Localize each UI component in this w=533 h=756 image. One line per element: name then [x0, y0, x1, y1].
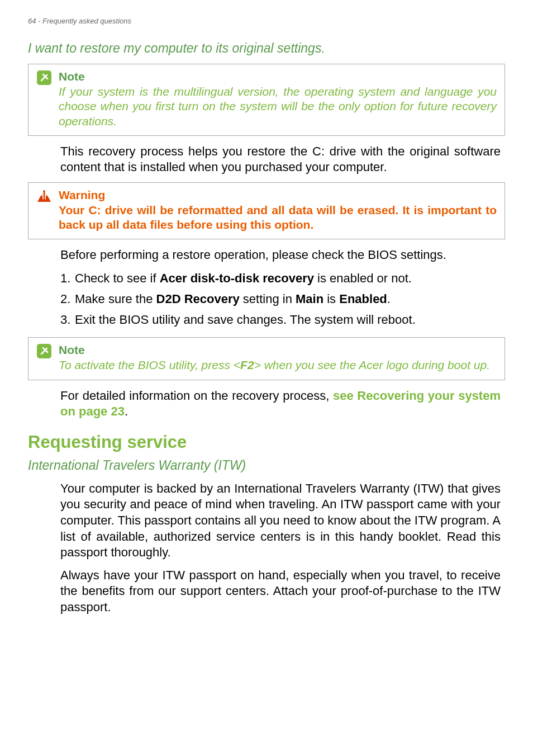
paragraph-itw-2: Always have your ITW passport on hand, e… — [28, 568, 505, 616]
note-title: Note — [59, 343, 497, 357]
note-callout-1: Note If your system is the multilingual … — [28, 64, 505, 136]
note-icon — [36, 70, 52, 86]
faq-question-restore: I want to restore my computer to its ori… — [28, 41, 505, 56]
subheading-itw: International Travelers Warranty (ITW) — [28, 458, 505, 473]
note-icon — [36, 343, 52, 359]
list-item: 3. Exit the BIOS utility and save change… — [60, 311, 501, 329]
paragraph-bios-check: Before performing a restore operation, p… — [28, 247, 505, 263]
list-item: 2. Make sure the D2D Recovery setting in… — [60, 291, 501, 308]
warning-callout: Warning Your C: drive will be reformatte… — [28, 182, 505, 240]
note-body: If your system is the multilingual versi… — [59, 84, 497, 129]
warning-body: Your C: drive will be reformatted and al… — [59, 203, 497, 233]
list-item: 1. Check to see if Acer disk-to-disk rec… — [60, 270, 501, 287]
note-title: Note — [59, 70, 497, 83]
warning-title: Warning — [59, 188, 497, 202]
document-page: 64 - Frequently asked questions I want t… — [0, 0, 533, 650]
paragraph-recovery-link: For detailed information on the recovery… — [28, 388, 505, 420]
list-item-body: Exit the BIOS utility and save changes. … — [75, 311, 501, 329]
note-body: To activate the BIOS utility, press <F2>… — [59, 358, 497, 372]
paragraph-itw-1: Your computer is backed by an Internatio… — [28, 481, 505, 561]
note-content: Note If your system is the multilingual … — [59, 70, 497, 129]
paragraph-recovery-intro: This recovery process helps you restore … — [28, 144, 505, 176]
page-header: 64 - Frequently asked questions — [28, 17, 505, 25]
list-item-body: Check to see if Acer disk-to-disk recove… — [75, 270, 501, 287]
warning-icon — [36, 188, 52, 204]
bios-steps-list: 1. Check to see if Acer disk-to-disk rec… — [28, 270, 505, 328]
list-number: 1. — [60, 270, 75, 287]
list-item-body: Make sure the D2D Recovery setting in Ma… — [75, 291, 501, 308]
note-callout-2: Note To activate the BIOS utility, press… — [28, 337, 505, 380]
note-content: Note To activate the BIOS utility, press… — [59, 343, 497, 372]
section-heading-requesting-service: Requesting service — [28, 432, 505, 452]
list-number: 2. — [60, 291, 75, 308]
warning-content: Warning Your C: drive will be reformatte… — [59, 188, 497, 233]
list-number: 3. — [60, 311, 75, 329]
